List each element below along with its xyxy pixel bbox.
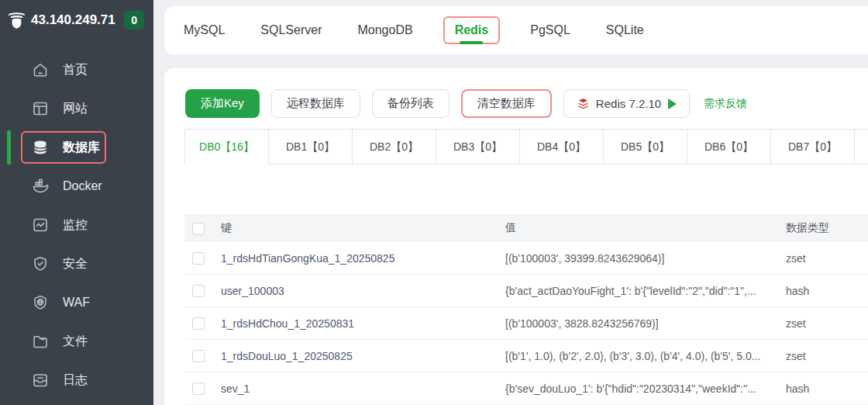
- docker-icon: [31, 177, 50, 196]
- key-cell: sev_1: [221, 382, 505, 395]
- sidebar-item-label: 网站: [63, 101, 88, 117]
- security-count-badge[interactable]: 0: [124, 11, 144, 29]
- server-ip[interactable]: 43.140.249.71: [31, 12, 115, 28]
- db-tab-4[interactable]: DB4【0】: [520, 130, 604, 164]
- column-header-type: 数据类型: [786, 221, 868, 235]
- sidebar-item-label: 文件: [63, 334, 88, 350]
- column-header-value: 值: [505, 221, 786, 235]
- toolbar: 添加Key 远程数据库 备份列表 清空数据库 Redis 7.2.10 需求反馈: [164, 68, 868, 118]
- table-header: 键 值 数据类型: [184, 214, 868, 242]
- sidebar-item-website[interactable]: 网站: [0, 89, 153, 128]
- type-cell: zset: [786, 350, 868, 362]
- feedback-link[interactable]: 需求反馈: [704, 97, 747, 111]
- sidebar-item-security[interactable]: 安全: [0, 244, 153, 283]
- value-cell: [(b'1', 1.0), (b'2', 2.0), (b'3', 3.0), …: [505, 350, 786, 362]
- db-tab-3[interactable]: DB3【0】: [436, 130, 520, 164]
- clear-database-button[interactable]: 清空数据库: [461, 89, 552, 118]
- main-area: MySQL SQLServer MongoDB Redis PgSQL SQLi…: [164, 0, 868, 405]
- key-cell: 1_rdsDouLuo_1_20250825: [221, 350, 505, 362]
- keys-table: 键 值 数据类型 1_rdsHdTianGongKua_1_20250825 […: [184, 214, 868, 405]
- value-cell: {b'act_actDaoYouFight_1': b'{"levelId":"…: [505, 285, 786, 297]
- bt-panel-logo-icon: [6, 9, 27, 30]
- backup-list-button[interactable]: 备份列表: [372, 89, 450, 118]
- log-tray-icon: [31, 371, 50, 389]
- row-checkbox[interactable]: [192, 382, 205, 395]
- type-cell: hash: [786, 285, 868, 297]
- row-checkbox[interactable]: [192, 350, 205, 362]
- db-type-tabbar: MySQL SQLServer MongoDB Redis PgSQL SQLi…: [164, 6, 868, 54]
- table-row[interactable]: user_100003 {b'act_actDaoYouFight_1': b'…: [184, 275, 868, 307]
- db-tab-5[interactable]: DB5【0】: [604, 130, 687, 164]
- sidebar-item-home[interactable]: 首页: [0, 50, 153, 89]
- type-cell: zset: [786, 317, 868, 330]
- sidebar-item-label: 安全: [63, 256, 88, 272]
- redis-version-label: Redis 7.2.10: [596, 97, 661, 110]
- table-row[interactable]: sev_1 {b'sev_douLuo_1': b'{"hdid":"20230…: [184, 372, 868, 405]
- sidebar-item-label: 首页: [63, 62, 88, 78]
- tab-mysql[interactable]: MySQL: [184, 23, 243, 37]
- type-cell: hash: [786, 382, 868, 395]
- value-cell: [(b'100003', 3828.8243256769)]: [505, 317, 786, 330]
- redis-logo-icon: [577, 97, 590, 110]
- monitor-icon: [31, 216, 50, 234]
- sidebar-item-label: WAF: [63, 296, 90, 310]
- sidebar-item-label: 数据库: [63, 140, 100, 156]
- sidebar-item-monitor[interactable]: 监控: [0, 206, 153, 244]
- tab-pgsql[interactable]: PgSQL: [512, 23, 588, 37]
- active-indicator-bar: [7, 130, 11, 164]
- shield-check-icon: [31, 254, 50, 273]
- sidebar-header: 43.140.249.71 0: [0, 0, 153, 30]
- tab-sqlite[interactable]: SQLite: [588, 23, 662, 37]
- value-cell: {b'sev_douLuo_1': b'{"hdid":"20230314","…: [505, 382, 786, 395]
- tab-mongodb[interactable]: MongoDB: [339, 23, 430, 37]
- sidebar-item-label: 监控: [63, 217, 88, 234]
- db-tab-1[interactable]: DB1【0】: [269, 130, 353, 164]
- sidebar-item-logs[interactable]: 日志: [0, 361, 153, 400]
- active-tab-underline: [460, 41, 483, 44]
- website-icon: [31, 99, 50, 118]
- db-tab-7[interactable]: DB7【0】: [771, 130, 855, 164]
- column-header-key: 键: [221, 221, 505, 235]
- sidebar-item-docker[interactable]: Docker: [0, 167, 153, 206]
- play-icon: [668, 99, 677, 109]
- sidebar: 43.140.249.71 0 首页 网站: [0, 0, 153, 405]
- row-checkbox[interactable]: [192, 317, 205, 330]
- table-row[interactable]: 1_rdsDouLuo_1_20250825 [(b'1', 1.0), (b'…: [184, 340, 868, 372]
- sidebar-nav: 首页 网站 数据库: [0, 50, 153, 400]
- redis-version-button[interactable]: Redis 7.2.10: [563, 89, 690, 118]
- row-checkbox[interactable]: [192, 285, 205, 297]
- db-tab-2[interactable]: DB2【0】: [353, 130, 436, 164]
- key-cell: 1_rdsHdTianGongKua_1_20250825: [221, 252, 505, 265]
- sidebar-item-waf[interactable]: WAF: [0, 283, 153, 322]
- home-icon: [31, 61, 50, 79]
- sidebar-item-label: 日志: [63, 372, 88, 389]
- db-tab-0[interactable]: DB0【16】: [185, 130, 269, 164]
- row-checkbox[interactable]: [192, 252, 205, 265]
- tab-sqlserver[interactable]: SQLServer: [243, 23, 339, 37]
- redis-panel: 添加Key 远程数据库 备份列表 清空数据库 Redis 7.2.10 需求反馈…: [164, 68, 868, 405]
- add-key-button[interactable]: 添加Key: [185, 89, 260, 118]
- db-index-tabbar: DB0【16】 DB1【0】 DB2【0】 DB3【0】 DB4【0】 DB5【…: [184, 129, 868, 164]
- key-cell: user_100003: [221, 285, 505, 297]
- tab-redis[interactable]: Redis: [431, 16, 513, 44]
- type-cell: zset: [786, 252, 868, 265]
- folder-icon: [31, 332, 50, 351]
- waf-shield-globe-icon: [31, 293, 50, 312]
- table-row[interactable]: 1_rdsHdTianGongKua_1_20250825 [(b'100003…: [184, 242, 868, 275]
- remote-database-button[interactable]: 远程数据库: [271, 89, 360, 118]
- db-tab-6[interactable]: DB6【0】: [687, 130, 771, 164]
- key-cell: 1_rdsHdChou_1_20250831: [221, 317, 505, 330]
- value-cell: [(b'100003', 39399.8243629064)]: [505, 252, 786, 265]
- db-tabbar-filler: [855, 130, 868, 164]
- sidebar-item-label: Docker: [63, 179, 102, 193]
- select-all-checkbox[interactable]: [192, 223, 205, 235]
- annotation-box: Redis: [443, 16, 501, 44]
- database-icon: [31, 138, 50, 157]
- table-row[interactable]: 1_rdsHdChou_1_20250831 [(b'100003', 3828…: [184, 307, 868, 340]
- sidebar-item-database[interactable]: 数据库: [0, 128, 153, 167]
- sidebar-item-files[interactable]: 文件: [0, 322, 153, 361]
